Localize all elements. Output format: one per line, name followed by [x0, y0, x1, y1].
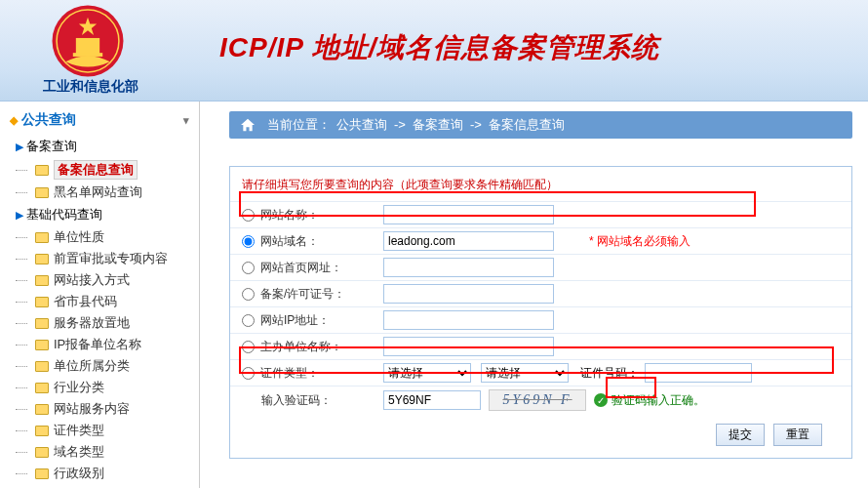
radio-site_domain[interactable]: [242, 235, 255, 248]
tree-item[interactable]: 单位所属分类: [8, 355, 199, 377]
sidebar-section-public-query[interactable]: ◆公共查询 ▾: [0, 105, 199, 135]
row-site_name: 网站名称：: [230, 201, 851, 227]
panel-instruction: 请仔细填写您所要查询的内容（此项查询要求条件精确匹配）: [230, 175, 851, 201]
search-panel: 请仔细填写您所要查询的内容（此项查询要求条件精确匹配） 网站名称：网站域名：* …: [229, 166, 852, 459]
sidebar-tree: ▶备案查询备案信息查询黑名单网站查询▶基础代码查询单位性质前置审批或专项内容网站…: [0, 135, 199, 488]
captcha-image[interactable]: 5Y69N F: [489, 389, 586, 411]
label-record_no: 备案/许可证号：: [260, 286, 345, 303]
tree-item-label: 单位所属分类: [54, 357, 130, 375]
reset-button[interactable]: 重置: [773, 424, 822, 446]
folder-icon: [35, 447, 49, 458]
tree-item[interactable]: 网站接入方式: [8, 269, 199, 291]
tree-item[interactable]: 网站服务内容: [8, 398, 199, 420]
content-area: 当前位置：公共查询->备案查询->备案信息查询 请仔细填写您所要查询的内容（此项…: [200, 102, 868, 488]
radio-record_no[interactable]: [242, 288, 255, 301]
folder-icon: [35, 340, 49, 350]
radio-site_name[interactable]: [242, 209, 255, 222]
input-site_ip[interactable]: [383, 310, 554, 330]
radio-site_ip[interactable]: [242, 314, 255, 327]
home-icon: [239, 117, 256, 133]
radio-sponsor[interactable]: [242, 341, 255, 353]
row-captcha: 输入验证码： 5Y69N F ✓ 验证码输入正确。: [230, 386, 851, 414]
captcha-ok-text: 验证码输入正确。: [612, 392, 705, 409]
input-site_home[interactable]: [383, 258, 554, 277]
folder-icon: [35, 404, 49, 415]
breadcrumb-sep: ->: [394, 117, 406, 132]
breadcrumb-item[interactable]: 备案查询: [413, 117, 463, 132]
label-cert-type: 证件类型：: [260, 365, 319, 382]
input-cert-no[interactable]: [645, 363, 752, 383]
tree-category-label: 基础代码查询: [26, 206, 102, 224]
captcha-status: ✓ 验证码输入正确。: [594, 392, 705, 409]
tree-item[interactable]: 省市县代码: [8, 291, 199, 312]
input-record_no[interactable]: [383, 284, 554, 304]
arrow-icon: ▶: [16, 141, 23, 153]
label-site_ip: 网站IP地址：: [260, 312, 330, 329]
tree-item-label: 网站服务内容: [54, 400, 130, 418]
tree-item-label: 证件类型: [54, 422, 104, 439]
row-site_home: 网站首页网址：: [230, 254, 851, 280]
app-header: 工业和信息化部 ICP/IP 地址/域名信息备案管理系统: [0, 0, 868, 102]
input-captcha[interactable]: [383, 390, 481, 410]
tree-item[interactable]: IP报备单位名称: [8, 334, 199, 355]
tree-item[interactable]: 备案信息查询: [8, 158, 199, 182]
tree-item[interactable]: 服务器放置地: [8, 312, 199, 334]
select-cert-type-2[interactable]: 请选择: [481, 363, 569, 383]
tree-item[interactable]: 行业分类: [8, 377, 199, 398]
tree-item[interactable]: 单位性质: [8, 226, 199, 248]
folder-icon: [35, 383, 49, 393]
button-row: 提交 重置: [230, 414, 851, 446]
tree-item-label: 服务器放置地: [54, 314, 130, 332]
input-site_name[interactable]: [383, 205, 554, 224]
select-cert-type-1[interactable]: 请选择: [383, 363, 471, 383]
folder-icon: [35, 232, 49, 243]
tree-item[interactable]: 证件类型: [8, 420, 199, 441]
radio-cert-type[interactable]: [242, 367, 255, 380]
tree-item[interactable]: 行政级别: [8, 463, 199, 484]
folder-icon: [35, 318, 49, 329]
tree-category-label: 备案查询: [26, 138, 77, 155]
national-emblem-icon: [51, 4, 125, 81]
row-site_domain: 网站域名：* 网站域名必须输入: [230, 227, 851, 254]
system-title: ICP/IP 地址/域名信息备案管理系统: [219, 29, 659, 66]
tree-item[interactable]: 前置审批或专项内容: [8, 248, 199, 269]
folder-icon: [35, 275, 49, 286]
tree-category[interactable]: ▶备案查询: [8, 135, 199, 158]
label-sponsor: 主办单位名称：: [260, 339, 342, 355]
tree-item-label: 网站接入方式: [54, 271, 130, 289]
breadcrumb-item[interactable]: 备案信息查询: [489, 117, 565, 132]
folder-icon: [35, 426, 49, 436]
submit-button[interactable]: 提交: [716, 424, 765, 446]
chevron-down-icon: ▾: [183, 114, 189, 127]
tree-item[interactable]: 域名类型: [8, 441, 199, 463]
folder-icon: [35, 361, 49, 372]
tree-item-label: IP报备单位名称: [54, 336, 141, 353]
tree-item[interactable]: 语种类型: [8, 484, 199, 488]
row-site_ip: 网站IP地址：: [230, 306, 851, 333]
label-site_home: 网站首页网址：: [260, 260, 342, 276]
label-captcha: 输入验证码：: [261, 392, 332, 409]
tree-item-label: 前置审批或专项内容: [54, 250, 168, 267]
folder-icon: [35, 468, 49, 479]
tree-item-label: 行业分类: [54, 379, 104, 396]
row-record_no: 备案/许可证号：: [230, 280, 851, 306]
breadcrumb-prefix: 当前位置：: [267, 117, 331, 132]
tree-category[interactable]: ▶基础代码查询: [8, 203, 199, 226]
svg-rect-3: [76, 38, 99, 55]
input-sponsor[interactable]: [383, 337, 554, 356]
tree-item-label: 备案信息查询: [54, 160, 138, 180]
label-cert-no: 证件号码：: [580, 365, 639, 382]
row-sponsor: 主办单位名称：: [230, 333, 851, 359]
input-site_domain[interactable]: [383, 231, 554, 251]
label-site_name: 网站名称：: [260, 207, 319, 224]
note-site_domain: * 网站域名必须输入: [589, 233, 690, 250]
tree-item-label: 省市县代码: [54, 293, 117, 310]
tree-item-label: 单位性质: [54, 228, 104, 246]
folder-icon: [35, 297, 49, 307]
svg-marker-5: [241, 119, 255, 131]
row-cert-type: 证件类型： 请选择 请选择 证件号码：: [230, 359, 851, 386]
breadcrumb-item[interactable]: 公共查询: [336, 117, 387, 132]
tree-item-label: 黑名单网站查询: [54, 183, 142, 201]
radio-site_home[interactable]: [242, 262, 255, 274]
tree-item[interactable]: 黑名单网站查询: [8, 182, 199, 203]
